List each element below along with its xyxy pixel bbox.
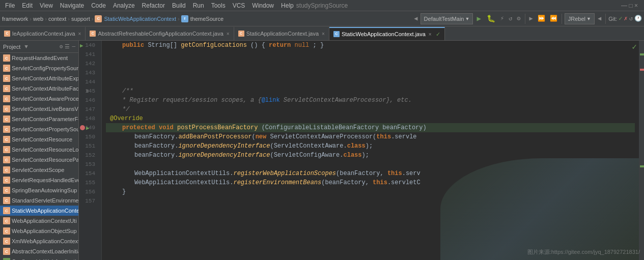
right-scrollbar[interactable]	[639, 41, 644, 260]
tree-item-19[interactable]: C AbstractContextLoaderInitializ	[0, 246, 78, 256]
jrebel-button[interactable]: JRebel ▼	[565, 13, 595, 24]
tree-item-16[interactable]: C WebApplicationContextUti	[0, 216, 78, 226]
tree-item-8[interactable]: C ServletContextResource	[0, 134, 78, 145]
tree-icon-12: C	[3, 177, 10, 184]
tree-item-5[interactable]: C ServletContextLiveBeansVie	[0, 104, 78, 114]
line-num-143: 143	[79, 68, 98, 77]
tab-3-label: StaticWebApplicationContext.java	[342, 31, 426, 37]
git-check-icon[interactable]: ✓	[619, 15, 622, 22]
breadcrumb-context[interactable]: context	[48, 16, 66, 22]
tree-item-0[interactable]: C RequestHandledEvent	[0, 53, 78, 63]
tree-label-8: ServletContextResource	[12, 136, 72, 142]
tree-label-10: ServletContextResourcePat	[12, 157, 78, 163]
run-config-dropdown[interactable]: DefaultTestMain ▼	[421, 13, 473, 24]
run-icon[interactable]: ▶	[474, 13, 483, 24]
tree-icon-7: C	[3, 126, 10, 133]
menu-refactor[interactable]: Refactor	[139, 1, 168, 10]
menu-window[interactable]: Window	[249, 1, 277, 10]
tree-item-3[interactable]: C ServletContextAttributeFac	[0, 83, 78, 94]
tree-item-12[interactable]: C ServletRequestHandledEve	[0, 175, 78, 185]
line-num-140: ▶ 140	[79, 41, 98, 50]
tree-label-5: ServletContextLiveBeansVie	[12, 106, 78, 112]
tree-item-15[interactable]: C StaticWebApplicationConte	[0, 206, 78, 216]
toolbar-icon-6[interactable]: ⏪	[548, 14, 559, 23]
menu-analyze[interactable]: Analyze	[110, 1, 138, 10]
tree-icon-0: C	[3, 54, 10, 62]
tree-item-17[interactable]: C WebApplicationObjectSup	[0, 226, 78, 236]
git-clock-icon[interactable]: 🕐	[634, 15, 642, 22]
menu-build[interactable]: Build	[169, 1, 189, 10]
tree-item-4[interactable]: C ServletContextAwareProce	[0, 94, 78, 104]
window-controls[interactable]: — □ ×	[621, 2, 642, 9]
tab-0-close[interactable]: ×	[78, 31, 81, 37]
tree-item-1[interactable]: C ServletConfigPropertySour	[0, 63, 78, 73]
main-area: Project ▼ ⚙ ☰ — C RequestHandledEvent C …	[0, 41, 644, 260]
git-x-icon[interactable]: ✗	[624, 15, 628, 22]
tab-2[interactable]: C StaticApplicationContext.java ×	[234, 27, 329, 40]
tree-item-14[interactable]: C StandardServletEnvironme	[0, 195, 78, 206]
menubar: File Edit View Navigate Code Analyze Ref…	[0, 0, 644, 11]
code-line-146: * Register request/session scopes, a {@l…	[106, 96, 635, 105]
line-num-157: 157	[79, 196, 98, 206]
breadcrumb-sep-3: ›	[68, 16, 70, 22]
line-num-156: 156	[79, 187, 98, 196]
tree-icon-11: C	[3, 166, 10, 174]
menu-view[interactable]: View	[37, 1, 56, 10]
tree-icon-1: C	[3, 65, 10, 72]
app-title: studySpringSource	[296, 2, 348, 9]
tree-item-2[interactable]: C ServletContextAttributeExp	[0, 73, 78, 83]
line-num-145: ≡ 145	[79, 86, 98, 96]
toolbar-icon-7[interactable]: ◀	[596, 14, 603, 23]
panel-minimize-icon[interactable]: —	[72, 43, 75, 50]
tree-item-6[interactable]: C ServletContextParameterFe	[0, 114, 78, 124]
panel-dropdown-icon[interactable]: ▼	[24, 44, 28, 50]
tab-0[interactable]: C leApplicationContext.java ×	[0, 27, 86, 40]
toolbar-icon-2[interactable]: ↺	[507, 14, 514, 23]
tab-3-close[interactable]: ×	[429, 32, 432, 37]
code-line-151: beanFactory.ignoreDependencyInterface(Se…	[106, 141, 635, 151]
tree-item-9[interactable]: C ServletContextResourceLoa	[0, 145, 78, 155]
breadcrumb-support[interactable]: support	[71, 16, 90, 22]
tree-item-20[interactable]: C ConfigurableWebApplicationC	[0, 256, 78, 260]
tree-label-11: ServletContextScope	[12, 167, 64, 173]
breadcrumb-web[interactable]: web	[33, 16, 43, 22]
panel-layout-icon[interactable]: ☰	[65, 43, 70, 50]
tree-item-7[interactable]: C ServletContextPropertySou	[0, 124, 78, 134]
tab-1-label: AbstractRefreshableConfigApplicationCont…	[98, 31, 223, 37]
back-icon[interactable]: ◀	[413, 14, 418, 23]
breadcrumb: framework › web › context › support › C …	[2, 15, 223, 22]
tree-item-10[interactable]: C ServletContextResourcePat	[0, 155, 78, 165]
menu-file[interactable]: File	[2, 1, 18, 10]
breadcrumb-field[interactable]: themeSource	[190, 16, 223, 22]
menu-tools[interactable]: Tools	[208, 1, 229, 10]
code-line-142	[106, 59, 635, 68]
toolbar-icon-3[interactable]: ⚙	[515, 14, 522, 23]
menu-run[interactable]: Run	[190, 1, 207, 10]
tree-icon-19: C	[3, 248, 10, 255]
breadcrumb-framework[interactable]: framework	[2, 16, 28, 22]
menu-vcs[interactable]: VCS	[230, 1, 248, 10]
menu-edit[interactable]: Edit	[19, 1, 36, 10]
tree-item-13[interactable]: C SpringBeanAutowiringSup	[0, 185, 78, 195]
menu-code[interactable]: Code	[88, 1, 109, 10]
git-refresh-icon[interactable]: ↺	[629, 15, 633, 22]
debug-icon[interactable]: 🐛	[485, 13, 497, 24]
tree-item-18[interactable]: C XmlWebApplicationContext	[0, 236, 78, 246]
tree-icon-16: C	[3, 217, 10, 224]
project-tree[interactable]: C RequestHandledEvent C ServletConfigPro…	[0, 53, 78, 260]
menu-help[interactable]: Help	[278, 1, 297, 10]
menu-navigate[interactable]: Navigate	[57, 1, 87, 10]
panel-settings-icon[interactable]: ⚙	[60, 43, 63, 50]
tab-1[interactable]: C AbstractRefreshableConfigApplicationCo…	[86, 27, 234, 40]
tab-2-close[interactable]: ×	[322, 31, 325, 37]
toolbar-icon-1[interactable]: ⚡	[499, 14, 506, 23]
tree-item-11[interactable]: C ServletContextScope	[0, 165, 78, 175]
tree-icon-10: C	[3, 156, 10, 163]
breadcrumb-class[interactable]: StaticWebApplicationContext	[104, 16, 176, 22]
toolbar-icon-4[interactable]: ▶	[528, 14, 535, 23]
tab-1-close[interactable]: ×	[227, 31, 230, 37]
watermark: 图片来源:https://gitee.com/jyq_18792721831/	[527, 248, 640, 256]
toolbar-icon-5[interactable]: ⏩	[536, 14, 547, 23]
code-area[interactable]: ▶ 140 141 142 143 144 ≡ 145 146 147 148 …	[79, 41, 644, 260]
tab-3[interactable]: C StaticWebApplicationContext.java × ✓	[329, 27, 445, 40]
